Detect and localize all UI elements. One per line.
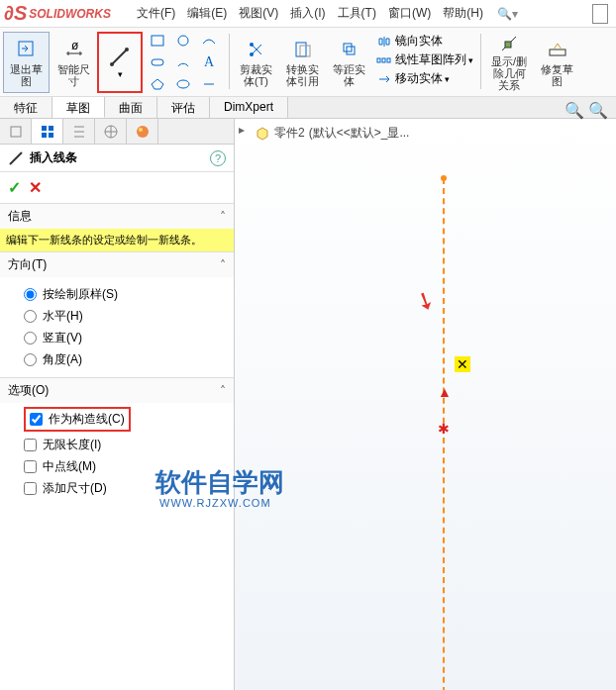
svg-rect-25 [49, 126, 53, 131]
rect-tool-icon[interactable] [147, 32, 168, 49]
svg-rect-22 [550, 49, 565, 55]
point-tool-icon[interactable] [198, 75, 220, 93]
repair-sketch-button[interactable]: 修复草 图 [535, 32, 579, 93]
radio-sketch[interactable]: 按绘制原样(S) [24, 286, 226, 303]
offset-button[interactable]: 等距实 体 [327, 32, 371, 93]
chevron-up-icon: ˄ [220, 210, 226, 224]
text-tool-icon[interactable]: A [198, 53, 220, 71]
help-icon[interactable]: ? [210, 150, 226, 166]
svg-text:ø: ø [71, 40, 79, 52]
ok-icon[interactable]: ✓ [8, 178, 21, 197]
menu-edit[interactable]: 编辑(E) [187, 5, 227, 22]
toolbar-separator [229, 34, 230, 89]
panel-title: 插入线条 [30, 149, 77, 166]
menu-tools[interactable]: 工具(T) [338, 5, 376, 22]
exit-sketch-button[interactable]: 退出草 图 [3, 32, 50, 93]
command-tabs: 特征 草图 曲面 评估 DimXpert [0, 97, 616, 119]
arc-tool-icon[interactable] [172, 53, 194, 71]
tab-sketch[interactable]: 草图 [52, 97, 105, 118]
direction-section: 方向(T) ˄ 按绘制原样(S) 水平(H) 竖直(V) 角度(A) [0, 251, 234, 377]
expand-tree-icon[interactable]: ▸ [239, 123, 245, 137]
tab-dimxpert[interactable]: DimXpert [210, 97, 288, 118]
ptab-config-icon[interactable] [63, 119, 95, 144]
spline-tool-icon[interactable] [198, 32, 220, 49]
direction-header[interactable]: 方向(T) ˄ [0, 252, 234, 277]
part-state: (默认<<默认>_显... [309, 125, 410, 142]
menu-help[interactable]: 帮助(H) [443, 5, 483, 22]
svg-point-29 [137, 126, 149, 138]
slot-tool-icon[interactable] [147, 53, 168, 71]
line-tool-button[interactable]: ▾ [102, 36, 138, 89]
info-text: 编辑下一新线条的设定或绘制一新线条。 [0, 229, 234, 251]
line-tool-highlight: ▾ [97, 32, 143, 93]
convert-icon [291, 38, 315, 61]
chevron-up-icon: ˄ [220, 258, 226, 272]
part-icon [255, 126, 270, 142]
svg-rect-16 [347, 47, 355, 54]
offset-icon [338, 38, 361, 61]
circle-tool-icon[interactable] [172, 32, 194, 49]
convert-button[interactable]: 转换实 体引用 [280, 32, 325, 93]
svg-rect-14 [300, 46, 310, 56]
chk-infinite[interactable]: 无限长度(I) [24, 437, 226, 453]
radio-vertical[interactable]: 竖直(V) [24, 330, 226, 346]
relations-icon [497, 34, 521, 53]
zoom-icons[interactable]: 🔍 🔍 [565, 101, 608, 120]
menu-insert[interactable]: 插入(I) [290, 5, 325, 22]
svg-line-2 [112, 49, 127, 64]
svg-point-12 [250, 52, 254, 56]
ptab-cross-icon[interactable] [95, 119, 127, 144]
trim-icon [245, 38, 268, 61]
logo-icon: ∂S [4, 2, 27, 25]
graphics-viewport[interactable]: ▸ 零件2 (默认<<默认>_显... 🔍 🔍 ➘ ✕ ▲ ✱ 软件自学网 WW… [235, 119, 616, 690]
annotation-arrow-icon: ➘ [410, 284, 440, 318]
chevron-up-icon: ˄ [220, 384, 226, 398]
panel-header: 插入线条 ? [0, 145, 234, 172]
polygon-tool-icon[interactable] [147, 75, 168, 93]
radio-angle[interactable]: 角度(A) [24, 351, 226, 368]
panel-tabs [0, 119, 234, 145]
app-logo: ∂S SOLIDWORKS [4, 2, 111, 25]
menu-window[interactable]: 窗口(W) [388, 5, 431, 22]
part-name[interactable]: 零件2 [274, 125, 305, 142]
move-button[interactable]: 移动实体▾ [376, 70, 473, 87]
tab-evaluate[interactable]: 评估 [157, 97, 210, 118]
tab-feature[interactable]: 特征 [0, 97, 52, 118]
ellipse-tool-icon[interactable] [172, 75, 194, 93]
origin-symbol-icon: ✱ [438, 421, 450, 437]
ptab-feature-tree-icon[interactable] [0, 119, 32, 144]
trim-button[interactable]: 剪裁实 体(T) [234, 32, 278, 93]
svg-rect-19 [387, 58, 390, 62]
menu-file[interactable]: 文件(F) [137, 5, 175, 22]
line-tool-icon [108, 46, 132, 69]
mirror-button[interactable]: 镜向实体 [376, 33, 473, 49]
smart-dimension-button[interactable]: ø 智能尺 寸 [51, 32, 96, 93]
tab-surface[interactable]: 曲面 [105, 97, 157, 118]
svg-rect-24 [42, 126, 47, 131]
coincident-symbol-icon: ✕ [455, 356, 470, 372]
confirm-row: ✓ ✕ [0, 172, 234, 203]
svg-marker-8 [152, 79, 163, 89]
toolbar-separator [480, 34, 481, 89]
menu-view[interactable]: 视图(V) [239, 5, 278, 22]
relation-symbol-icon: ▲ [438, 384, 452, 400]
options-header[interactable]: 选项(O) ˄ [0, 378, 234, 403]
cancel-icon[interactable]: ✕ [29, 178, 42, 197]
new-document-icon[interactable] [592, 4, 608, 24]
line-icon [8, 150, 24, 166]
svg-rect-13 [296, 43, 306, 56]
svg-rect-18 [382, 58, 385, 62]
info-header[interactable]: 信息 ˄ [0, 204, 234, 229]
chk-construction[interactable]: 作为构造线(C) [30, 411, 125, 428]
svg-rect-15 [344, 44, 352, 51]
menu-search-icon[interactable]: 🔍▾ [497, 7, 518, 21]
ptab-appearance-icon[interactable] [127, 119, 158, 144]
ptab-property-icon[interactable] [32, 119, 63, 144]
radio-horizontal[interactable]: 水平(H) [24, 308, 226, 325]
svg-point-6 [178, 36, 188, 46]
info-section: 信息 ˄ 编辑下一新线条的设定或绘制一新线条。 [0, 203, 234, 251]
app-name: SOLIDWORKS [29, 7, 111, 21]
linear-pattern-button[interactable]: 线性草图阵列▾ [376, 51, 473, 68]
display-relations-button[interactable]: 显示/删 除几何 关系 [485, 32, 533, 93]
exit-sketch-icon [15, 38, 39, 61]
